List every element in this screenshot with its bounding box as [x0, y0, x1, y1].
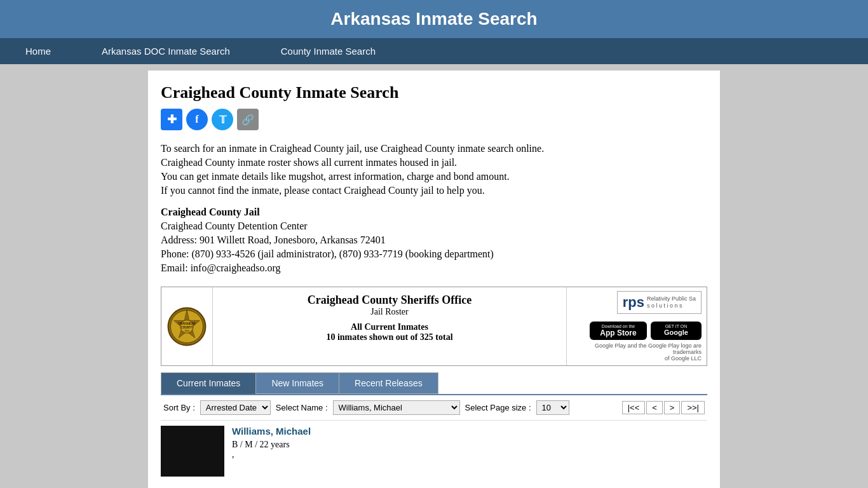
roster-title: Craighead County Sheriffs Office: [213, 294, 566, 307]
rps-logo: rps Relativity Public Sa s o l u t i o n…: [617, 291, 702, 314]
inmate-count-sub: 10 inmates shown out of 325 total: [213, 332, 566, 342]
svg-text:CRAIGHEAD: CRAIGHEAD: [178, 322, 196, 325]
search-controls: Sort By : Arrested Date Name Bond Amount…: [161, 394, 707, 420]
main-nav: Home Arkansas DOC Inmate Search County I…: [0, 38, 868, 64]
inmate-name-link[interactable]: Williams, Michael: [232, 426, 311, 437]
app-store-button[interactable]: Download on the App Store: [590, 322, 647, 340]
tab-recent-releases[interactable]: Recent Releases: [339, 372, 438, 394]
description-block: To search for an inmate in Craighead Cou…: [161, 143, 707, 274]
nav-doc-search[interactable]: Arkansas DOC Inmate Search: [76, 38, 255, 64]
page-title: Craighead County Inmate Search: [161, 83, 707, 102]
jail-detail-1: Address: 901 Willett Road, Jonesboro, Ar…: [161, 234, 707, 246]
content-area: Craighead County Inmate Search ✚ f 𝕋 🔗 T…: [148, 71, 720, 488]
pagination-next[interactable]: >: [664, 401, 681, 414]
inmate-photo: [161, 426, 224, 477]
nav-county-search[interactable]: County Inmate Search: [255, 38, 401, 64]
desc-line-3: You can get inmate details like mugshot,…: [161, 171, 707, 182]
google-play-main: Google: [656, 329, 696, 337]
sheriff-badge-icon: CRAIGHEAD COUNTY 1859: [166, 306, 207, 347]
jail-roster-box: CRAIGHEAD COUNTY 1859 Craighead County S…: [161, 287, 707, 366]
site-header: Arkansas Inmate Search: [0, 0, 868, 38]
jail-center-info: Craighead County Sheriffs Office Jail Ro…: [212, 287, 567, 365]
jail-detail-2: Phone: (870) 933-4526 (jail administrato…: [161, 248, 707, 260]
select-name-dropdown[interactable]: Williams, Michael: [333, 400, 460, 415]
google-play-button[interactable]: GET IT ON Google: [651, 322, 702, 340]
inmate-count-label: All Current Inmates: [213, 322, 566, 332]
tab-current-inmates[interactable]: Current Inmates: [161, 372, 256, 394]
app-buttons: Download on the App Store GET IT ON Goog…: [590, 322, 702, 340]
tab-new-inmates[interactable]: New Inmates: [256, 372, 339, 394]
main-wrapper: Craighead County Inmate Search ✚ f 𝕋 🔗 T…: [0, 64, 868, 488]
jail-detail-0: Craighead County Detention Center: [161, 220, 707, 232]
jail-detail-3: Email: info@craigheadso.org: [161, 262, 707, 274]
page-size-label: Select Page size :: [465, 403, 531, 412]
app-store-main: App Store: [595, 329, 642, 337]
inmate-row: Williams, Michael B / M / 22 years ,: [161, 420, 707, 482]
nav-home[interactable]: Home: [0, 38, 76, 64]
twitter-icon[interactable]: 𝕋: [212, 109, 233, 130]
pagination-first[interactable]: |<<: [622, 401, 646, 414]
social-share-bar: ✚ f 𝕋 🔗: [161, 109, 707, 130]
jail-logo: CRAIGHEAD COUNTY 1859: [161, 287, 212, 365]
jail-heading: Craighead County Jail: [161, 207, 707, 218]
google-trademark-text: Google Play and the Google Play logo are…: [572, 342, 702, 362]
pagination-controls: |<< < > >>|: [622, 401, 705, 414]
google-play-sub: GET IT ON: [656, 324, 696, 329]
select-name-label: Select Name :: [276, 403, 328, 412]
jail-right-panel: rps Relativity Public Sa s o l u t i o n…: [567, 287, 707, 365]
inmate-details: B / M / 22 years ,: [232, 440, 707, 460]
inmate-info: Williams, Michael B / M / 22 years ,: [232, 426, 707, 477]
svg-text:1859: 1859: [184, 329, 189, 332]
inmate-tabs: Current Inmates New Inmates Recent Relea…: [161, 372, 707, 394]
svg-text:COUNTY: COUNTY: [181, 325, 193, 329]
copy-link-icon[interactable]: 🔗: [237, 109, 259, 130]
desc-line-2: Craighead County inmate roster shows all…: [161, 157, 707, 168]
desc-line-4: If you cannot find the inmate, please co…: [161, 185, 707, 196]
desc-line-1: To search for an inmate in Craighead Cou…: [161, 143, 707, 154]
pagination-prev[interactable]: <: [646, 401, 663, 414]
rps-big-text: rps: [623, 294, 644, 311]
page-size-select[interactable]: 10 25 50 100: [536, 400, 569, 415]
sort-by-label: Sort By :: [163, 403, 195, 412]
roster-subtitle: Jail Roster: [213, 307, 566, 317]
site-title: Arkansas Inmate Search: [0, 9, 868, 29]
pagination-last[interactable]: >>|: [681, 401, 705, 414]
rps-small-text: Relativity Public Sa s o l u t i o n s: [647, 295, 696, 309]
app-store-sub: Download on the: [595, 324, 642, 329]
share-icon[interactable]: ✚: [161, 109, 182, 130]
facebook-icon[interactable]: f: [186, 109, 208, 130]
sort-by-select[interactable]: Arrested Date Name Bond Amount: [200, 400, 271, 415]
